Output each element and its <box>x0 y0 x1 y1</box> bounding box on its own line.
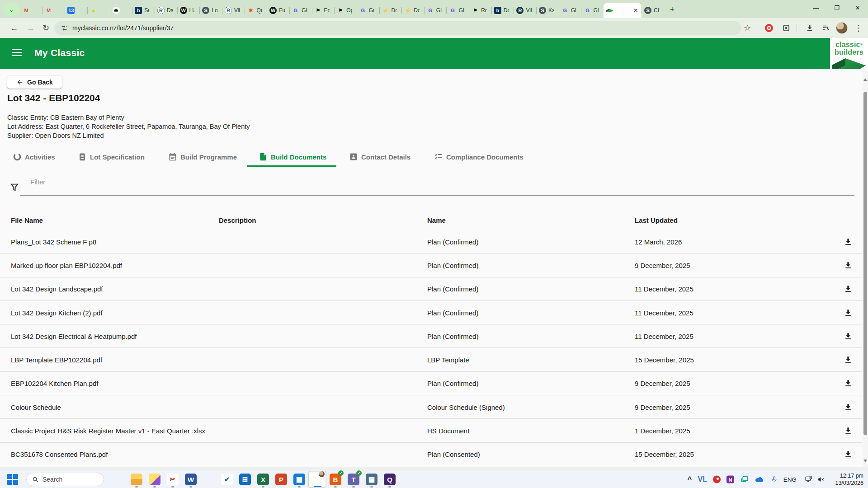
tab-su[interactable]: b Su <box>132 3 155 18</box>
tab-compliance-documents[interactable]: Compliance Documents <box>434 149 524 165</box>
taskbar-excel[interactable]: X <box>254 471 272 488</box>
tab-calendar[interactable]: 13 <box>65 3 87 18</box>
back-icon[interactable]: ← <box>10 23 18 33</box>
tab-close-icon[interactable]: ✕ <box>632 7 639 14</box>
vl-icon[interactable]: VL <box>698 475 707 483</box>
go-back-button[interactable]: Go Back <box>7 76 62 89</box>
onenote-icon[interactable]: N <box>726 476 734 483</box>
tab-myclassic-active[interactable]: ✕ <box>604 3 642 18</box>
browser-menu-icon[interactable]: ⋮ <box>854 23 863 33</box>
profile-avatar[interactable] <box>836 22 848 34</box>
tab-ed[interactable]: ⚑ Ed <box>312 3 335 18</box>
tab-favicon-icon: M <box>23 7 30 14</box>
taskbar-teams[interactable]: T <box>344 471 363 488</box>
scroll-down-icon[interactable] <box>863 460 867 462</box>
tab-ro[interactable]: ⚑ Ro <box>469 3 491 18</box>
taskbar-app-q[interactable]: Q <box>381 471 399 488</box>
taskbar-snipping-tool[interactable]: ✂ <box>164 471 182 488</box>
language-label[interactable]: ENG <box>783 476 797 483</box>
download-icon[interactable] <box>844 450 853 459</box>
tab-do-3[interactable]: b Do <box>491 3 514 18</box>
tab-gli-3[interactable]: G Gli <box>446 3 469 18</box>
tab-contact-details[interactable]: Contact Details <box>349 149 410 165</box>
adblock-icon[interactable] <box>765 24 773 32</box>
taskbar-app-b[interactable]: B <box>326 471 344 488</box>
download-icon[interactable] <box>844 403 853 412</box>
tab-build-documents[interactable]: Build Documents <box>259 149 326 165</box>
taskbar-word[interactable]: W <box>182 471 200 488</box>
new-tab-button[interactable]: + <box>666 3 679 16</box>
microphone-icon[interactable] <box>771 476 778 483</box>
bookmark-star-icon[interactable]: ☆ <box>744 23 751 33</box>
reading-list-icon[interactable] <box>822 24 830 32</box>
start-button[interactable] <box>7 474 18 485</box>
close-button[interactable]: ✕ <box>847 0 868 15</box>
speaker-muted-icon[interactable] <box>817 476 825 483</box>
taskbar-clock[interactable]: 12:17 pm 13/03/2026 <box>835 472 863 487</box>
tab-do-2[interactable]: ⚡ Do <box>401 3 424 18</box>
table-row: Classic Project H&S Risk Register Master… <box>0 419 862 442</box>
taskbar-print-app[interactable]: ▤ <box>363 471 381 488</box>
download-icon[interactable] <box>844 284 853 293</box>
tab-gli-1[interactable]: G Gli <box>289 3 312 18</box>
tab-da[interactable]: R Da <box>155 3 177 18</box>
tab-fut[interactable]: W Fut <box>267 3 289 18</box>
tab-gmail-2[interactable]: M <box>42 3 65 18</box>
download-icon[interactable] <box>844 332 853 341</box>
tab-gli-5[interactable]: G Gli <box>581 3 604 18</box>
scroll-up-icon[interactable] <box>863 78 867 81</box>
reload-icon[interactable]: ↻ <box>42 23 49 33</box>
download-icon[interactable] <box>844 379 853 388</box>
tab-vill-2[interactable]: R Vill <box>514 3 536 18</box>
tab-drive[interactable]: ▲ <box>87 3 110 18</box>
tab-search-button[interactable]: ⌄ <box>4 3 19 16</box>
tab-gli-2[interactable]: G Gli <box>424 3 447 18</box>
onedrive-icon[interactable] <box>755 476 764 483</box>
tab-op[interactable]: ⚑ Op <box>334 3 357 18</box>
tab-vill[interactable]: R Vill <box>222 3 245 18</box>
maximize-button[interactable]: ❐ <box>826 0 847 15</box>
forward-icon[interactable]: → <box>26 23 34 33</box>
tab-do-1[interactable]: ⚡ Do <box>379 3 402 18</box>
taskbar-m365[interactable]: ▦ <box>290 471 308 488</box>
tab-lot[interactable]: S Lot <box>199 3 222 18</box>
taskbar-powerpoint[interactable]: P <box>272 471 290 488</box>
taskbar-notes[interactable] <box>146 471 164 488</box>
download-icon[interactable] <box>844 426 853 435</box>
tab-build-programme[interactable]: Build Programme <box>168 149 237 165</box>
download-icon[interactable] <box>844 237 853 246</box>
tab-qu[interactable]: ✱ Qu <box>245 3 267 18</box>
tab-cl[interactable]: S CL <box>642 3 664 18</box>
tray-expand-icon[interactable]: ^ <box>688 475 692 483</box>
browser-tabstrip: ⌄ M M 13 ▲ <box>0 0 868 18</box>
tab-activities[interactable]: Activities <box>13 149 55 165</box>
download-icon[interactable] <box>844 308 853 317</box>
minimize-button[interactable]: — <box>806 0 826 15</box>
page-scrollbar[interactable] <box>863 70 868 467</box>
tab-ka[interactable]: S Ka <box>536 3 559 18</box>
tab-gli-4[interactable]: G Gli <box>559 3 581 18</box>
download-icon[interactable] <box>844 355 853 364</box>
filter-input[interactable]: Filter <box>30 178 45 186</box>
downloads-icon[interactable] <box>806 24 814 32</box>
taskbar-search[interactable]: Search <box>26 473 104 486</box>
tab-chatgpt[interactable]: ❋ <box>110 3 132 18</box>
display-icon[interactable] <box>804 476 813 483</box>
taskbar-todo[interactable]: ✔ <box>218 471 236 488</box>
tab-lot-specification[interactable]: Lot Specification <box>78 149 145 165</box>
site-settings-icon[interactable] <box>61 24 68 32</box>
address-bar[interactable]: myclassic.co.nz/lot/2471/supplier/37 <box>54 21 741 35</box>
menu-icon[interactable] <box>12 49 22 56</box>
extension-icon[interactable] <box>782 24 790 32</box>
download-icon[interactable] <box>844 261 853 270</box>
taskbar-store[interactable]: ⊞ <box>236 471 254 488</box>
tab-gmail[interactable]: M <box>20 3 42 18</box>
taskbar-chrome[interactable] <box>200 471 218 488</box>
tab-gu[interactable]: G Gu <box>357 3 379 18</box>
taskbar-chrome-active[interactable] <box>308 471 326 488</box>
dual-screen-icon[interactable] <box>741 475 749 483</box>
taskbar-file-explorer[interactable] <box>127 471 146 488</box>
antivirus-icon[interactable] <box>713 476 721 483</box>
scrollbar-thumb[interactable] <box>863 92 867 435</box>
tab-lui[interactable]: W LUI <box>177 3 200 18</box>
